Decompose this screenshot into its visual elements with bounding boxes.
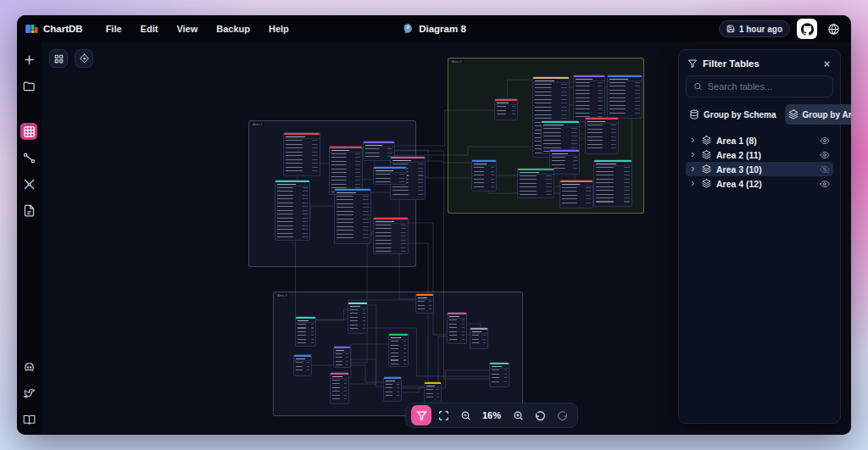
table-header: [294, 357, 311, 361]
tables-view-button[interactable]: [20, 123, 37, 140]
visibility-toggle-eye[interactable]: [820, 150, 830, 160]
table-node[interactable]: [517, 168, 554, 198]
dependencies-view-button[interactable]: [20, 175, 37, 192]
table-header: [470, 330, 487, 334]
tag-icon: [79, 53, 90, 64]
table-rows: [332, 380, 347, 402]
layers-icon: [702, 136, 711, 145]
table-node[interactable]: [424, 381, 442, 403]
area-row-3[interactable]: Area 3 (10): [686, 162, 833, 176]
redo-button[interactable]: [552, 405, 572, 425]
table-node[interactable]: [559, 180, 593, 208]
table-rows: [492, 369, 507, 385]
table-rows: [497, 106, 515, 118]
table-header: [335, 191, 370, 195]
expand-chevron[interactable]: [689, 151, 697, 158]
layers-icon: [702, 179, 711, 188]
file-type-icon: [23, 204, 36, 217]
menu-backup[interactable]: Backup: [209, 21, 258, 36]
open-diagram-button[interactable]: [20, 77, 37, 94]
expand-chevron[interactable]: [689, 136, 697, 144]
table-node[interactable]: [373, 166, 407, 185]
table-node[interactable]: [330, 372, 349, 404]
search-icon: [693, 81, 703, 92]
area-row-1[interactable]: Area 1 (8): [686, 133, 833, 147]
table-node[interactable]: [283, 132, 320, 176]
book-icon: [23, 414, 36, 426]
visibility-toggle-eye-off[interactable]: [820, 164, 830, 175]
filter-tables-button[interactable]: [411, 405, 431, 425]
table-node[interactable]: [573, 75, 605, 122]
relationships-view-button[interactable]: [20, 149, 37, 166]
table-header: [374, 219, 408, 224]
search-tables-input[interactable]: [708, 81, 826, 92]
group-by-area-button[interactable]: Group by Area: [785, 104, 851, 125]
table-rows: [552, 157, 577, 172]
table-header: [284, 135, 320, 139]
table-node[interactable]: [585, 117, 619, 154]
area-label: Area 4 (12): [716, 179, 815, 189]
github-button[interactable]: [797, 19, 817, 39]
close-panel-button[interactable]: [822, 59, 832, 69]
topbar-right: 1 hour ago: [719, 19, 843, 39]
table-rows: [277, 187, 308, 238]
table-node[interactable]: [388, 333, 409, 367]
discord-link[interactable]: [20, 358, 37, 375]
table-header: [586, 119, 618, 124]
zoom-out-button[interactable]: [455, 405, 476, 425]
group-by-schema-button[interactable]: Group by Schema: [686, 104, 780, 125]
area-row-4[interactable]: Area 4 (12): [686, 176, 833, 191]
menu-bar: FileEditViewBackupHelp: [98, 21, 297, 36]
table-node[interactable]: [489, 362, 509, 387]
canvas-toolbar: [49, 49, 93, 68]
highlight-areas-button[interactable]: [75, 49, 93, 68]
table-node[interactable]: [373, 217, 409, 254]
diagram-title-group[interactable]: Diagram 8: [402, 15, 466, 42]
expand-chevron[interactable]: [689, 165, 697, 173]
undo-button[interactable]: [530, 405, 550, 425]
table-node[interactable]: [494, 98, 518, 120]
new-diagram-button[interactable]: [20, 51, 37, 68]
table-node[interactable]: [607, 75, 643, 119]
zoom-level[interactable]: 16%: [477, 410, 506, 420]
area-row-2[interactable]: Area 2 (11): [686, 147, 833, 162]
language-button[interactable]: [824, 19, 843, 38]
diagram-canvas[interactable]: Area 2Area 1Area 4 16%: [41, 42, 851, 435]
last-saved-badge[interactable]: 1 hour ago: [719, 20, 790, 37]
fit-view-button[interactable]: [433, 405, 453, 425]
table-node[interactable]: [447, 312, 467, 344]
left-sidebar: [17, 42, 41, 435]
table-node[interactable]: [333, 346, 351, 368]
docs-link[interactable]: [20, 411, 37, 428]
table-header: [594, 162, 632, 166]
custom-types-button[interactable]: [20, 202, 37, 219]
visibility-toggle-eye[interactable]: [820, 136, 830, 146]
area-list: Area 1 (8)Area 2 (11)Area 3 (10)Area 4 (…: [686, 133, 833, 191]
table-node[interactable]: [293, 354, 312, 376]
twitter-link[interactable]: [20, 385, 37, 402]
table-node[interactable]: [415, 293, 434, 314]
table-node[interactable]: [470, 327, 488, 349]
table-node[interactable]: [275, 180, 310, 241]
folder-icon: [23, 80, 36, 92]
table-node[interactable]: [348, 302, 368, 334]
layout-button[interactable]: [49, 49, 68, 68]
menu-help[interactable]: Help: [261, 21, 297, 36]
table-node[interactable]: [471, 159, 497, 192]
table-node[interactable]: [295, 316, 316, 347]
table-node[interactable]: [593, 159, 632, 207]
menu-file[interactable]: File: [98, 21, 130, 36]
zoom-in-button[interactable]: [508, 405, 528, 425]
expand-chevron[interactable]: [689, 180, 697, 187]
layers-icon: [788, 109, 798, 119]
visibility-toggle-eye[interactable]: [820, 179, 830, 189]
table-node[interactable]: [383, 376, 402, 402]
table-rows: [426, 389, 439, 401]
table-header: [574, 77, 604, 81]
table-node[interactable]: [334, 188, 371, 244]
search-tables-box[interactable]: [686, 75, 833, 97]
table-rows: [331, 153, 360, 192]
grid-squares-icon: [53, 53, 64, 64]
menu-edit[interactable]: Edit: [133, 21, 166, 36]
menu-view[interactable]: View: [169, 21, 205, 36]
